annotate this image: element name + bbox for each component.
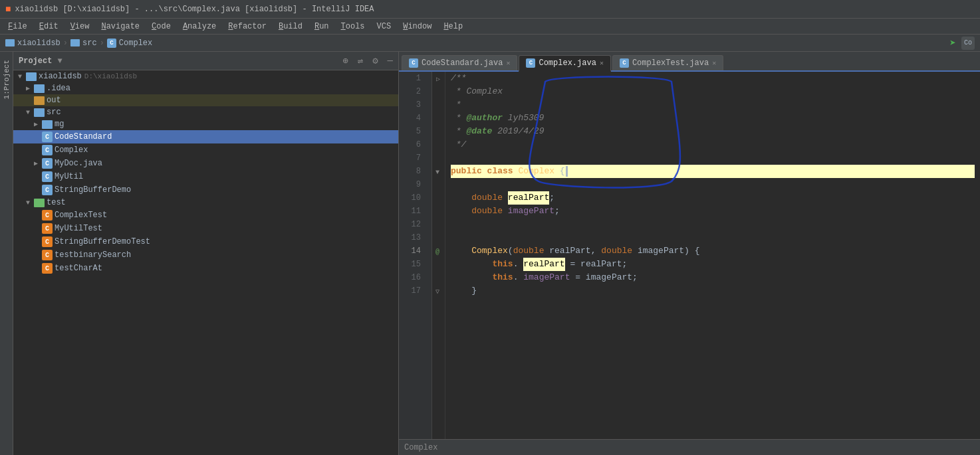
gutter-14: @ — [432, 244, 445, 258]
header-close-icon[interactable]: ─ — [388, 56, 393, 66]
sidebar-tabs: 1:Project — [0, 52, 13, 455]
line-num-7: 7 — [399, 151, 426, 165]
tree-item-test[interactable]: ▼ test — [13, 197, 398, 209]
tree-label: xiaolidsb — [39, 72, 82, 81]
menu-build[interactable]: Build — [273, 21, 308, 33]
menu-help[interactable]: Help — [438, 21, 468, 33]
folder-icon — [34, 84, 45, 93]
tree-item-src[interactable]: ▼ src — [13, 106, 398, 118]
project-panel: Project ▼ ⊕ ⇌ ⚙ ─ ▼ xiaolidsb D:\xiaolid… — [13, 52, 399, 455]
tree-item-myutil[interactable]: C MyUtil — [13, 170, 398, 183]
tree-item-codestandard[interactable]: C CodeStandard — [13, 130, 398, 143]
tab-project[interactable]: 1:Project — [1, 54, 12, 104]
c-icon: C — [42, 250, 53, 260]
tree-item-complex[interactable]: C Complex — [13, 143, 398, 157]
tree-label: MyUtil — [55, 172, 83, 181]
project-title: Project — [19, 56, 52, 66]
folder-icon — [34, 108, 45, 117]
project-folder-icon — [5, 39, 15, 46]
line-num-1: 1 — [399, 72, 426, 85]
menu-tools[interactable]: Tools — [336, 21, 370, 33]
tree-arrow — [32, 212, 40, 219]
tree-item-mydoc[interactable]: ▶ C MyDoc.java — [13, 157, 398, 170]
code-line-7 — [451, 151, 975, 165]
tab-label: ComplexTest.java — [632, 58, 709, 68]
tree-item-testbinarysearch[interactable]: C testbinarySearch — [13, 248, 398, 262]
line-num-15: 15 — [399, 258, 426, 271]
tree-arrow — [32, 187, 40, 194]
tree-arrow — [32, 225, 40, 232]
tree-label: MyDoc.java — [55, 159, 102, 168]
tab-bar: C CodeStandard.java ✕ C Complex.java ✕ C… — [399, 52, 980, 72]
code-content[interactable]: /** * Complex * * @author lyh5309 * @dat… — [445, 72, 980, 439]
tree-arrow: ▶ — [32, 159, 40, 167]
line-num-9: 9 — [399, 178, 426, 191]
co-button[interactable]: Co — [961, 37, 975, 50]
header-settings-icon[interactable]: ⚙ — [372, 55, 378, 66]
tree-arrow — [32, 147, 40, 154]
header-dropdown-icon[interactable]: ▼ — [57, 56, 62, 66]
menu-analyze[interactable]: Analyze — [178, 21, 221, 33]
tree-label: Complex — [55, 145, 88, 155]
folder-icon — [26, 72, 37, 81]
menu-code[interactable]: Code — [146, 21, 176, 33]
code-line-5: * @date 2019/4/29 — [451, 125, 975, 138]
gutter-1: ▷ — [432, 72, 445, 85]
breadcrumb-complex[interactable]: Complex — [119, 39, 152, 48]
app-icon: ■ — [5, 4, 11, 15]
tree-item-testcharat[interactable]: C testCharAt — [13, 262, 398, 275]
code-line-9 — [451, 178, 975, 191]
menu-vcs[interactable]: VCS — [372, 21, 397, 33]
folder-icon — [34, 96, 45, 105]
tab-complextest[interactable]: C ComplexTest.java ✕ — [612, 55, 723, 70]
header-add-icon[interactable]: ⊕ — [342, 55, 348, 66]
c-icon: C — [42, 236, 53, 247]
line-num-5: 5 — [399, 125, 426, 138]
menu-refactor[interactable]: Refactor — [223, 21, 272, 33]
tree-item-myutiltest[interactable]: C MyUtilTest — [13, 222, 398, 235]
tab-complex[interactable]: C Complex.java ✕ — [519, 55, 610, 72]
tab-close-icon[interactable]: ✕ — [600, 59, 604, 67]
breadcrumb-src[interactable]: src — [82, 39, 97, 48]
c-icon: C — [42, 185, 53, 195]
tree-item-idea[interactable]: ▶ .idea — [13, 82, 398, 94]
menu-view[interactable]: View — [65, 21, 95, 33]
breadcrumb-sep2: › — [100, 39, 104, 48]
menu-navigate[interactable]: Navigate — [96, 21, 145, 33]
line-num-12: 12 — [399, 218, 426, 231]
breadcrumb-root[interactable]: xiaolidsb — [17, 39, 61, 48]
menu-edit[interactable]: Edit — [34, 21, 64, 33]
tree-item-complextest[interactable]: C ComplexTest — [13, 209, 398, 222]
tree-item-stringbufferdemotest[interactable]: C StringBufferDemoTest — [13, 235, 398, 248]
tree-label: CodeStandard — [55, 132, 112, 141]
tab-close-icon[interactable]: ✕ — [506, 59, 510, 67]
tree-item-xiaolidsb[interactable]: ▼ xiaolidsb D:\xiaolidsb — [13, 70, 398, 82]
code-editor[interactable]: 1 2 3 4 5 6 7 8 9 10 11 12 13 14 15 16 1… — [399, 72, 980, 439]
menu-window[interactable]: Window — [398, 21, 437, 33]
svg-text:▷: ▷ — [436, 76, 440, 83]
line-num-10: 10 — [399, 191, 426, 205]
c-icon: C — [42, 132, 53, 142]
tree-item-stringbufferdemo[interactable]: C StringBufferDemo — [13, 183, 398, 197]
nav-back-icon[interactable]: ➤ — [949, 37, 956, 50]
tree-arrow — [24, 97, 32, 104]
code-line-3: * — [451, 98, 975, 112]
menu-run[interactable]: Run — [309, 21, 334, 33]
tab-codestandard[interactable]: C CodeStandard.java ✕ — [402, 55, 517, 70]
tab-close-icon[interactable]: ✕ — [712, 59, 716, 67]
editor-area: C CodeStandard.java ✕ C Complex.java ✕ C… — [399, 52, 980, 455]
breadcrumb-bar: xiaolidsb › src › C Complex ➤ Co — [0, 35, 980, 52]
c-icon: C — [42, 158, 53, 169]
tab-label: Complex.java — [539, 58, 596, 68]
project-header: Project ▼ ⊕ ⇌ ⚙ ─ — [13, 52, 398, 70]
gutter-16 — [432, 271, 445, 284]
tree-item-mg[interactable]: ▶ mg — [13, 118, 398, 130]
editor-bottom-label: Complex — [399, 439, 980, 455]
tree-arrow: ▶ — [24, 84, 32, 92]
menu-file[interactable]: File — [3, 21, 33, 33]
code-line-12 — [451, 218, 975, 231]
header-layout-icon[interactable]: ⇌ — [358, 55, 363, 66]
gutter-11 — [432, 205, 445, 218]
tree-item-out[interactable]: out — [13, 94, 398, 106]
gutter-10 — [432, 191, 445, 205]
